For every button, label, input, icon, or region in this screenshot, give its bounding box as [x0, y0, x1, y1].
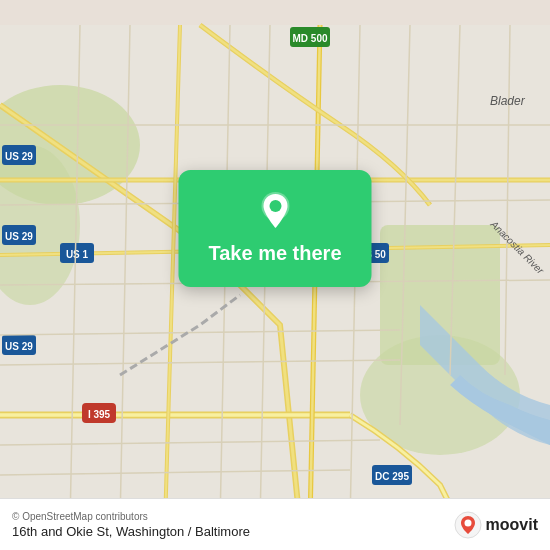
svg-text:US 29: US 29 — [5, 151, 33, 162]
svg-text:US 1: US 1 — [66, 249, 89, 260]
svg-text:US 29: US 29 — [5, 341, 33, 352]
svg-text:DC 295: DC 295 — [375, 471, 409, 482]
svg-point-51 — [464, 519, 471, 526]
attribution-text: © OpenStreetMap contributors — [12, 511, 250, 522]
moovit-logo: moovit — [454, 511, 538, 539]
svg-text:MD 500: MD 500 — [292, 33, 327, 44]
location-text: 16th and Okie St, Washington / Baltimore — [12, 524, 250, 539]
cta-card[interactable]: Take me there — [178, 170, 371, 287]
map-container: US 1 US 29 US 29 US 29 US 50 MD 500 I 39… — [0, 0, 550, 550]
moovit-text: moovit — [486, 516, 538, 534]
svg-text:Blader: Blader — [490, 94, 526, 108]
svg-text:I 395: I 395 — [88, 409, 111, 420]
svg-point-49 — [269, 200, 281, 212]
location-pin-icon — [253, 188, 297, 232]
moovit-logo-icon — [454, 511, 482, 539]
svg-text:US 29: US 29 — [5, 231, 33, 242]
bottom-bar: © OpenStreetMap contributors 16th and Ok… — [0, 498, 550, 550]
cta-button-label: Take me there — [208, 242, 341, 265]
